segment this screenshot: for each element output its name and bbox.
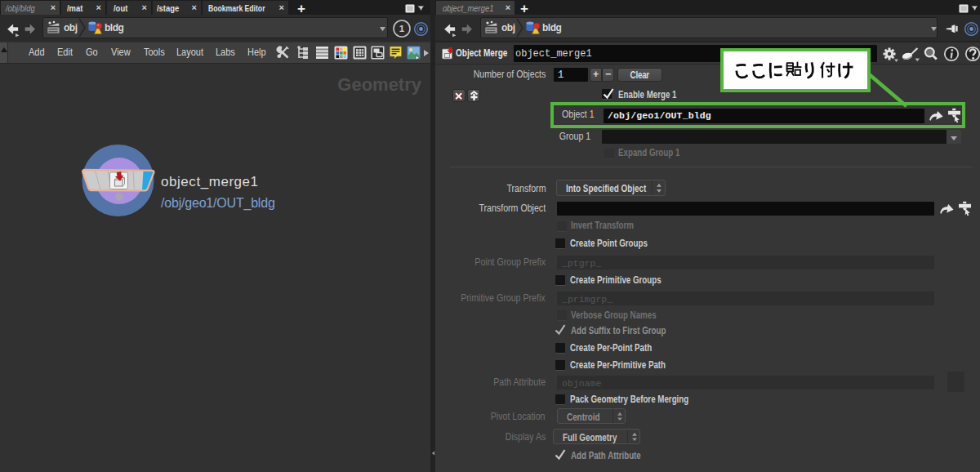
svg-text:1: 1	[399, 24, 405, 33]
